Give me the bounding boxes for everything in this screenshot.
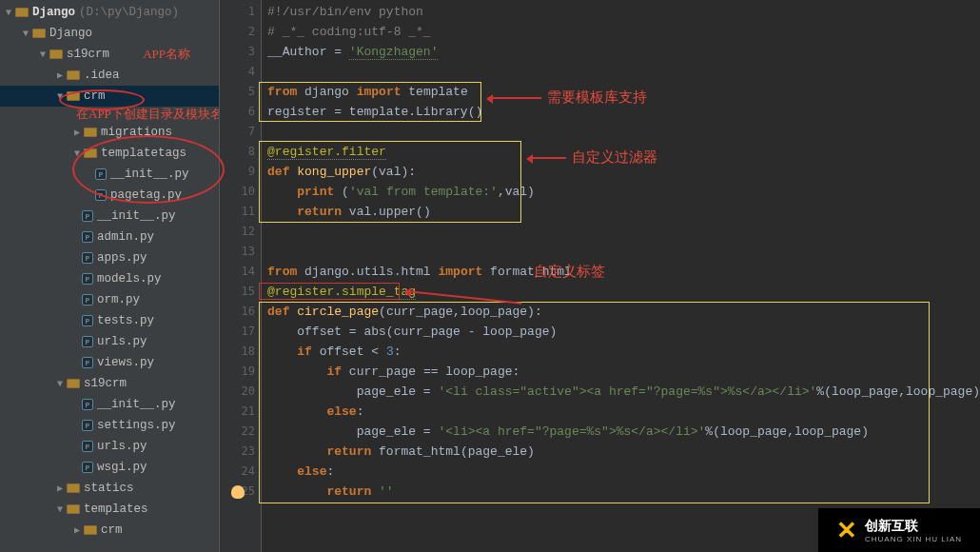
tree-node-file[interactable]: P admin.py (0, 227, 219, 247)
folder-icon (32, 29, 46, 38)
line-number[interactable]: 8 (220, 142, 255, 162)
code-line: if offset < 3: (267, 342, 980, 362)
line-number[interactable]: 20 (220, 382, 255, 402)
code-line: # _*_ coding:utf-8 _*_ (267, 25, 431, 39)
watermark-logo: ✕ 创新互联 CHUANG XIN HU LIAN (818, 508, 980, 552)
tree-node-file[interactable]: P urls.py (0, 331, 219, 352)
project-tree-panel[interactable]: ▼ Django (D:\py\Django) ▼ Django ▼ s19cr… (0, 0, 220, 552)
python-file-icon: P (82, 294, 93, 306)
line-number[interactable]: 11 (220, 202, 255, 222)
chevron-down-icon[interactable]: ▼ (53, 379, 67, 389)
tree-node-file[interactable]: P pagetag.py (0, 185, 219, 206)
chevron-down-icon[interactable]: ▼ (53, 504, 67, 515)
line-number[interactable]: 10 (220, 182, 255, 202)
tree-node-file[interactable]: P __init__.py (0, 206, 219, 227)
code-line (267, 62, 980, 82)
logo-icon: ✕ (836, 516, 857, 545)
line-number[interactable]: 23 (220, 442, 255, 462)
line-number[interactable]: 17 (220, 322, 255, 342)
python-file-icon: P (82, 315, 93, 326)
line-number[interactable]: 19 (220, 362, 255, 382)
line-number[interactable]: 7 (220, 122, 255, 142)
code-line: #!/usr/bin/env python (267, 5, 423, 19)
python-file-icon: P (82, 357, 93, 368)
annotation-arrow (488, 97, 541, 99)
code-line: page_ele = '<li class="active"><a href="… (267, 382, 980, 402)
tree-node[interactable]: ▼ s19crm APP名称 (0, 44, 219, 65)
chevron-down-icon[interactable]: ▼ (19, 29, 32, 39)
tree-node-file[interactable]: P __init__.py (0, 164, 219, 185)
line-number-gutter[interactable]: 1234567891011121314151617181920212223242… (220, 0, 262, 552)
code-line: from django.utils.html import format_htm… (267, 262, 980, 282)
code-line: else: (267, 402, 980, 422)
python-file-icon: P (82, 420, 93, 431)
line-number[interactable]: 4 (220, 62, 255, 82)
line-number[interactable]: 6 (220, 102, 255, 122)
annotation-custom-filter: 自定义过滤器 (572, 148, 657, 168)
chevron-right-icon[interactable]: ▶ (70, 524, 84, 536)
tree-node-file[interactable]: P views.py (0, 352, 219, 373)
code-line (267, 122, 980, 142)
line-number[interactable]: 12 (220, 222, 255, 242)
annotation-arrow (528, 157, 566, 159)
tree-node[interactable]: ▼ s19crm (0, 373, 219, 394)
line-number[interactable]: 15 (220, 282, 255, 302)
line-number[interactable]: 9 (220, 162, 255, 182)
tree-node-selected[interactable]: ▼ crm (0, 86, 219, 107)
chevron-right-icon[interactable]: ▶ (53, 483, 67, 494)
tree-node[interactable]: ▼ Django (0, 23, 219, 44)
code-line: def circle_page(curr_page,loop_page): (267, 302, 980, 322)
line-number[interactable]: 14 (220, 262, 255, 282)
tree-node-file[interactable]: P urls.py (0, 436, 219, 457)
line-number[interactable]: 24 (220, 462, 255, 482)
tree-node[interactable]: ▶ statics (0, 478, 219, 499)
python-file-icon: P (82, 252, 93, 264)
line-number[interactable]: 13 (220, 242, 255, 262)
annotation-app-name: APP名称 (143, 46, 190, 63)
tree-node-file[interactable]: P tests.py (0, 310, 219, 331)
chevron-down-icon[interactable]: ▼ (53, 91, 67, 102)
tree-node-root[interactable]: ▼ Django (D:\py\Django) (0, 2, 219, 23)
line-number[interactable]: 3 (220, 42, 255, 62)
folder-icon (67, 379, 80, 388)
annotation-custom-tag: 自定义标签 (534, 262, 605, 282)
code-line: __Author = 'Kongzhagen' (267, 42, 980, 62)
chevron-right-icon[interactable]: ▶ (53, 69, 67, 81)
line-number[interactable]: 22 (220, 422, 255, 442)
line-number[interactable]: 1 (220, 2, 255, 22)
chevron-down-icon[interactable]: ▼ (2, 8, 15, 18)
annotation-create-dir: 在APP下创建目录及模块名 (0, 107, 219, 122)
tree-node[interactable]: ▼ templatetags (0, 143, 219, 164)
line-number[interactable]: 21 (220, 402, 255, 422)
chevron-down-icon[interactable]: ▼ (36, 49, 49, 60)
line-number[interactable]: 2 (220, 22, 255, 42)
tree-node-file[interactable]: P __init__.py (0, 394, 219, 415)
tree-node-file[interactable]: P models.py (0, 268, 219, 289)
code-line: return '' (267, 482, 980, 502)
chevron-down-icon[interactable]: ▼ (70, 148, 84, 159)
code-editor[interactable]: 1234567891011121314151617181920212223242… (220, 0, 980, 552)
python-file-icon: P (82, 273, 93, 285)
python-file-icon: P (95, 189, 107, 201)
code-line: return val.upper() (267, 202, 980, 222)
intention-bulb-icon[interactable] (231, 485, 245, 499)
tree-node[interactable]: ▶ migrations (0, 122, 219, 143)
line-number[interactable]: 16 (220, 302, 255, 322)
tree-node[interactable]: ▶ crm (0, 520, 219, 541)
python-file-icon: P (82, 399, 93, 410)
line-number[interactable]: 18 (220, 342, 255, 362)
line-number[interactable]: 5 (220, 82, 255, 102)
tree-node-file[interactable]: P orm.py (0, 289, 219, 310)
tree-node-file[interactable]: P wsgi.py (0, 457, 219, 478)
tree-node[interactable]: ▶ .idea (0, 65, 219, 86)
python-file-icon: P (82, 441, 93, 452)
chevron-right-icon[interactable]: ▶ (70, 127, 84, 138)
tree-node[interactable]: ▼ templates (0, 499, 219, 520)
tree-node-file[interactable]: P apps.py (0, 247, 219, 268)
folder-icon (15, 8, 29, 17)
folder-icon (84, 148, 97, 158)
code-area[interactable]: #!/usr/bin/env python # _*_ coding:utf-8… (262, 0, 980, 552)
code-line: return format_html(page_ele) (267, 442, 980, 462)
folder-icon (84, 525, 97, 535)
tree-node-file[interactable]: P settings.py (0, 415, 219, 436)
